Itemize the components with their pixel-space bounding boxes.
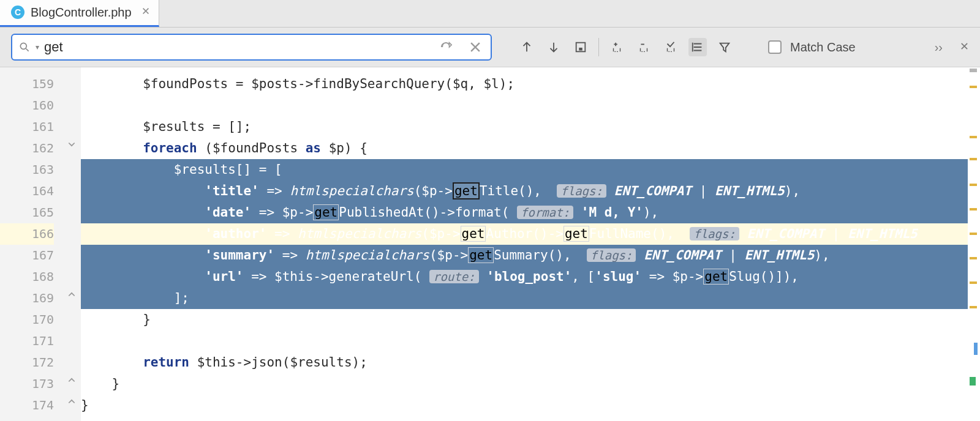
line-number: 173	[0, 373, 54, 395]
line-number: 163	[0, 159, 54, 181]
search-match: get	[461, 226, 486, 242]
line-number: 159	[0, 73, 54, 95]
error-stripe[interactable]	[968, 67, 980, 421]
search-match: get	[703, 269, 729, 285]
code-line: }	[81, 373, 968, 395]
code-line	[81, 95, 968, 116]
toolbar-divider	[598, 38, 599, 56]
line-number: 172	[0, 352, 54, 373]
code-line: }	[81, 309, 968, 330]
code-line: 'url' => $this->generateUrl( route: 'blo…	[81, 266, 968, 288]
svg-rect-2	[579, 48, 582, 51]
code-line: $results[] = [	[81, 159, 968, 181]
remove-selection-button[interactable]	[635, 38, 653, 56]
line-number: 171	[0, 330, 54, 352]
close-tab-icon[interactable]	[141, 7, 150, 18]
filter-button[interactable]	[715, 38, 734, 56]
svg-point-0	[20, 43, 26, 49]
newline-icon[interactable]	[437, 38, 455, 56]
code-line: ];	[81, 288, 968, 309]
fold-icon[interactable]	[67, 375, 77, 385]
editor: 159 160 161 162 163 164 165 166 167 168 …	[0, 67, 980, 421]
code-line: $foundPosts = $posts->findBySearchQuery(…	[81, 73, 968, 95]
line-number	[0, 67, 54, 73]
code-line: 'title' => htmlspecialchars($p->getTitle…	[81, 181, 968, 202]
more-options-button[interactable]: ››	[935, 40, 943, 54]
search-match: get	[313, 204, 339, 220]
search-dropdown-icon[interactable]: ▾	[36, 43, 39, 51]
fold-icon[interactable]	[67, 397, 77, 406]
code-line: }	[81, 395, 968, 416]
clear-search-icon[interactable]	[466, 38, 484, 56]
line-number: 162	[0, 138, 54, 159]
next-match-button[interactable]	[545, 38, 563, 56]
file-tab[interactable]: C BlogController.php	[0, 0, 159, 27]
file-tab-label: BlogController.php	[31, 6, 132, 20]
line-number: 167	[0, 245, 54, 266]
code-line	[81, 330, 968, 352]
code-line: foreach ($foundPosts as $p) {	[81, 138, 968, 159]
close-find-bar-button[interactable]	[960, 41, 969, 54]
search-match: get	[468, 247, 494, 263]
select-all-occurrences-button[interactable]	[662, 38, 680, 56]
search-match-current: get	[453, 182, 480, 199]
search-match: get	[564, 226, 589, 242]
select-all-button[interactable]	[571, 38, 590, 56]
find-toolbar: ▾ Match Case ››	[0, 28, 980, 67]
line-number: 166	[0, 223, 54, 245]
code-line: 'summary' => htmlspecialchars($p->getSum…	[81, 245, 968, 266]
search-input[interactable]	[44, 39, 432, 55]
file-type-icon: C	[11, 6, 24, 19]
line-number: 160	[0, 95, 54, 116]
line-number: 168	[0, 266, 54, 288]
prev-match-button[interactable]	[518, 38, 536, 56]
add-selection-button[interactable]	[608, 38, 626, 56]
line-number: 165	[0, 202, 54, 223]
line-number: 174	[0, 395, 54, 416]
tab-bar: C BlogController.php	[0, 0, 980, 28]
search-field-wrap[interactable]: ▾	[11, 34, 492, 61]
match-case-label: Match Case	[790, 40, 856, 54]
match-case-checkbox[interactable]	[768, 40, 782, 54]
search-icon	[18, 41, 31, 53]
code-line: return $this->json($results);	[81, 352, 968, 373]
code-text-area[interactable]: $foundPosts = $posts->findBySearchQuery(…	[81, 67, 968, 421]
code-line: 'date' => $p->getPublishedAt()->format( …	[81, 202, 968, 223]
fold-gutter	[67, 67, 81, 421]
fold-icon[interactable]	[67, 289, 77, 299]
code-line: $results = [];	[81, 116, 968, 138]
line-number: 161	[0, 116, 54, 138]
line-number-gutter: 159 160 161 162 163 164 165 166 167 168 …	[0, 67, 67, 421]
line-number: 169	[0, 288, 54, 309]
line-number: 164	[0, 181, 54, 202]
toggle-find-in-selection-button[interactable]	[688, 38, 707, 56]
fold-icon[interactable]	[67, 141, 77, 151]
code-line: 'author' => htmlspecialchars($p->getAuth…	[81, 223, 968, 245]
line-number: 170	[0, 309, 54, 330]
